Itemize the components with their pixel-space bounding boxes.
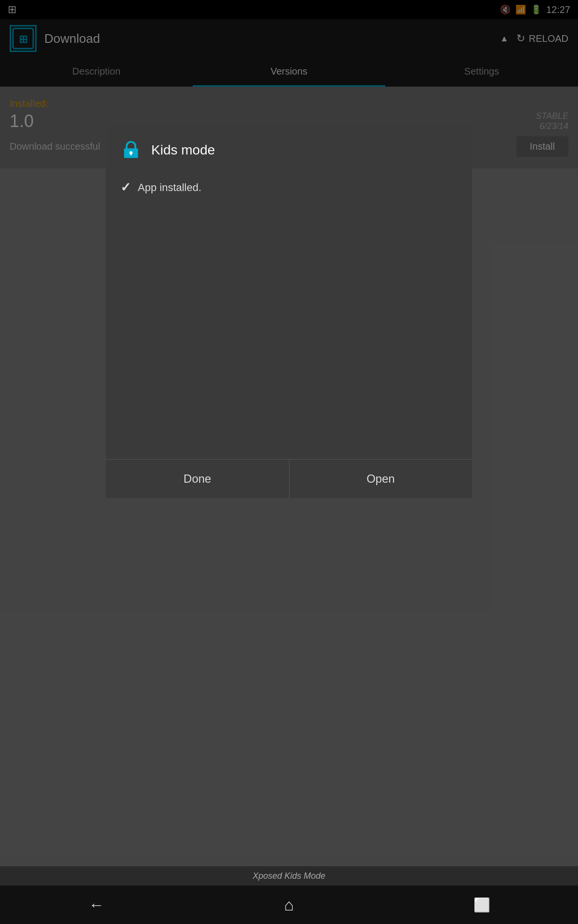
- recent-apps-icon: ⬜: [473, 897, 490, 913]
- open-button[interactable]: Open: [289, 460, 473, 498]
- dialog-overlay: Kids mode ✓ App installed. Done Open: [0, 0, 578, 924]
- app-name-text: Xposed Kids Mode: [252, 871, 325, 881]
- recent-apps-button[interactable]: ⬜: [462, 890, 501, 919]
- dialog: Kids mode ✓ App installed. Done Open: [106, 125, 472, 498]
- dialog-buttons: Done Open: [106, 459, 472, 498]
- dialog-header: Kids mode: [106, 125, 472, 170]
- dialog-title: Kids mode: [151, 142, 215, 158]
- dialog-body: ✓ App installed.: [106, 170, 472, 459]
- home-button[interactable]: ⌂: [270, 890, 308, 919]
- nav-bar: ← ⌂ ⬜: [0, 886, 578, 924]
- svg-rect-4: [131, 153, 132, 155]
- lock-icon: [120, 140, 142, 161]
- done-button[interactable]: Done: [106, 460, 289, 498]
- lock-svg: [121, 141, 141, 160]
- app-name-bar: Xposed Kids Mode: [0, 866, 578, 886]
- checkmark-icon: ✓: [120, 180, 131, 195]
- app-installed-row: ✓ App installed.: [120, 180, 458, 195]
- bottom-bar: Xposed Kids Mode ← ⌂ ⬜: [0, 866, 578, 924]
- back-button[interactable]: ←: [77, 890, 116, 919]
- back-icon: ←: [89, 896, 104, 914]
- home-icon: ⌂: [284, 896, 294, 914]
- app-installed-message: App installed.: [138, 181, 201, 194]
